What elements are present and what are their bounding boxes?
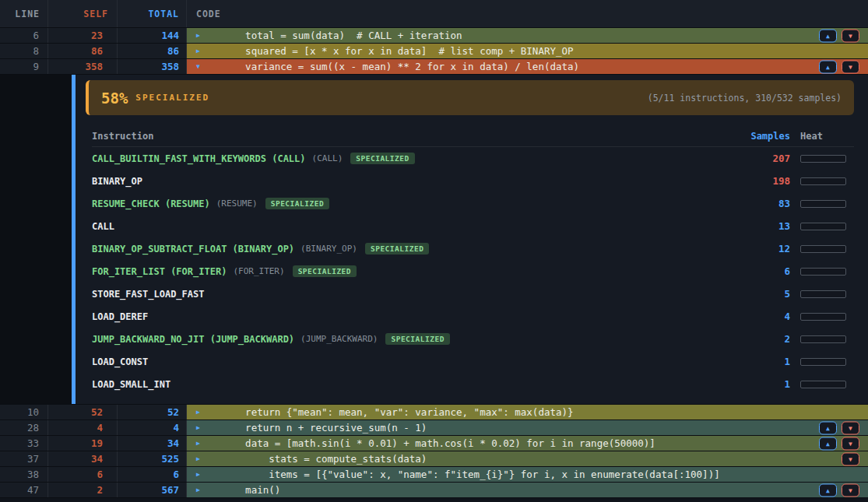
heat-bar bbox=[800, 381, 846, 388]
code-text: squared = [x * x for x in data] # list c… bbox=[222, 45, 574, 57]
total-count: 4 bbox=[118, 420, 187, 435]
table-header: LINE SELF TOTAL CODE bbox=[0, 0, 868, 28]
sample-count: 6 bbox=[743, 265, 790, 277]
code-text: return {"mean": mean, "var": variance, "… bbox=[222, 406, 574, 418]
line-number: 6 bbox=[0, 28, 48, 43]
col-instruction: Instruction bbox=[92, 131, 743, 142]
code-row-line-37: 37 34 525 ▶ stats = compute_stats(data) … bbox=[0, 451, 868, 467]
code-cell[interactable]: ▶ data = [math.sin(i * 0.01) + math.cos(… bbox=[187, 436, 868, 451]
heat-bar bbox=[800, 223, 846, 230]
code-cell[interactable]: ▶ items = [{"value": x, "name": f"item_{… bbox=[187, 467, 868, 482]
heat-bar bbox=[800, 335, 846, 343]
code-text: main() bbox=[222, 484, 280, 496]
sample-count: 5 bbox=[743, 288, 790, 300]
disclosure-collapsed-icon[interactable]: ▶ bbox=[196, 32, 222, 39]
sample-count: 13 bbox=[743, 220, 790, 232]
disclosure-collapsed-icon[interactable]: ▶ bbox=[196, 424, 222, 431]
move-down-button[interactable]: ▼ bbox=[842, 421, 859, 434]
move-down-button[interactable]: ▼ bbox=[842, 437, 859, 450]
sample-count: 207 bbox=[743, 153, 790, 164]
code-cell[interactable]: ▶ return {"mean": mean, "var": variance,… bbox=[187, 405, 868, 420]
disclosure-collapsed-icon[interactable]: ▶ bbox=[196, 47, 222, 54]
move-down-button[interactable]: ▼ bbox=[842, 29, 859, 42]
code-text: stats = compute_stats(data) bbox=[222, 453, 427, 465]
specialized-badge: SPECIALIZED bbox=[265, 198, 329, 209]
specialized-label: SPECIALIZED bbox=[135, 93, 209, 103]
instruction-table: Instruction Samples Heat CALL_BUILTIN_FA… bbox=[86, 125, 854, 395]
code-cell[interactable]: ▶ total = sum(data) # CALL + iteration ▲… bbox=[187, 28, 868, 43]
code-cell[interactable]: ▶ squared = [x * x for x in data] # list… bbox=[187, 44, 868, 58]
total-count: 567 bbox=[118, 483, 187, 497]
specialized-badge: SPECIALIZED bbox=[293, 265, 357, 277]
heat-bar bbox=[800, 155, 846, 163]
instruction-row: RESUME_CHECK (RESUME) (RESUME) SPECIALIZ… bbox=[92, 192, 854, 215]
code-cell[interactable]: ▼ variance = sum((x - mean) ** 2 for x i… bbox=[187, 59, 868, 74]
code-cell[interactable]: ▶ stats = compute_stats(data) ▼ bbox=[187, 451, 868, 466]
heat-bar bbox=[800, 200, 846, 208]
instruction-name: BINARY_OP_SUBTRACT_FLOAT (BINARY_OP) bbox=[92, 244, 294, 255]
disclosure-collapsed-icon[interactable]: ▶ bbox=[196, 471, 222, 478]
instruction-name: CALL bbox=[92, 221, 114, 232]
sample-count: 2 bbox=[743, 333, 790, 345]
heat-bar bbox=[800, 290, 846, 298]
instruction-row: LOAD_SMALL_INT 1 bbox=[92, 373, 854, 395]
instruction-base: (JUMP_BACKWARD) bbox=[300, 334, 378, 344]
specialized-badge: SPECIALIZED bbox=[385, 333, 449, 345]
instruction-base: (BINARY_OP) bbox=[300, 244, 357, 254]
disclosure-expanded-icon[interactable]: ▼ bbox=[196, 63, 222, 70]
instruction-base: (RESUME) bbox=[216, 198, 258, 209]
instruction-row: CALL_BUILTIN_FAST_WITH_KEYWORDS (CALL) (… bbox=[92, 147, 854, 170]
code-text: items = [{"value": x, "name": f"item_{i}… bbox=[222, 469, 720, 480]
instruction-name: JUMP_BACKWARD_NO_JIT (JUMP_BACKWARD) bbox=[92, 334, 294, 345]
total-count: 52 bbox=[118, 405, 187, 420]
disclosure-collapsed-icon[interactable]: ▶ bbox=[196, 455, 222, 462]
disclosure-collapsed-icon[interactable]: ▶ bbox=[196, 440, 222, 447]
move-up-button[interactable]: ▲ bbox=[819, 60, 837, 73]
disclosure-collapsed-icon[interactable]: ▶ bbox=[196, 409, 222, 416]
header-col-line: LINE bbox=[0, 0, 48, 27]
code-cell[interactable]: ▶ return n + recursive_sum(n - 1) ▲ ▼ bbox=[187, 420, 868, 435]
sample-count: 12 bbox=[743, 243, 790, 255]
instruction-name: LOAD_CONST bbox=[92, 356, 148, 367]
total-count: 525 bbox=[118, 451, 187, 466]
sample-count: 1 bbox=[743, 378, 790, 390]
instruction-row: STORE_FAST_LOAD_FAST 5 bbox=[92, 283, 854, 305]
heat-bar bbox=[800, 177, 846, 185]
col-heat: Heat bbox=[800, 131, 846, 142]
line-number: 33 bbox=[0, 436, 48, 451]
sample-count: 83 bbox=[743, 198, 790, 209]
specialization-banner: 58% SPECIALIZED (5/11 instructions, 310/… bbox=[86, 80, 854, 115]
instruction-row: JUMP_BACKWARD_NO_JIT (JUMP_BACKWARD) (JU… bbox=[92, 328, 854, 350]
self-count: 23 bbox=[48, 28, 118, 43]
sample-count: 1 bbox=[743, 356, 790, 367]
disclosure-collapsed-icon[interactable]: ▶ bbox=[196, 486, 222, 493]
specialized-summary: (5/11 instructions, 310/532 samples) bbox=[648, 93, 842, 104]
move-up-button[interactable]: ▲ bbox=[819, 437, 837, 450]
instruction-name: CALL_BUILTIN_FAST_WITH_KEYWORDS (CALL) bbox=[92, 153, 306, 164]
self-count: 2 bbox=[48, 483, 118, 497]
instruction-base: (CALL) bbox=[312, 153, 343, 163]
heat-bar bbox=[800, 245, 846, 253]
line-number: 8 bbox=[0, 44, 48, 58]
line-number: 37 bbox=[0, 451, 48, 466]
instruction-row: BINARY_OP 198 bbox=[92, 170, 854, 192]
instruction-name: FOR_ITER_LIST (FOR_ITER) bbox=[92, 266, 227, 277]
self-count: 19 bbox=[48, 436, 118, 451]
code-cell[interactable]: ▶ main() ▲ ▼ bbox=[187, 483, 868, 497]
total-count: 144 bbox=[118, 28, 187, 43]
move-up-button[interactable]: ▲ bbox=[819, 421, 837, 434]
move-down-button[interactable]: ▼ bbox=[842, 452, 859, 465]
instruction-name: BINARY_OP bbox=[92, 176, 142, 187]
total-count: 34 bbox=[118, 436, 187, 451]
move-down-button[interactable]: ▼ bbox=[842, 483, 859, 497]
move-up-button[interactable]: ▲ bbox=[819, 483, 837, 497]
self-count: 86 bbox=[48, 44, 118, 58]
instruction-name: RESUME_CHECK (RESUME) bbox=[92, 198, 210, 209]
code-text: data = [math.sin(i * 0.01) + math.cos(i … bbox=[222, 437, 655, 449]
move-down-button[interactable]: ▼ bbox=[842, 60, 859, 73]
total-count: 358 bbox=[118, 59, 187, 74]
code-text: total = sum(data) # CALL + iteration bbox=[222, 30, 462, 41]
move-up-button[interactable]: ▲ bbox=[819, 29, 837, 42]
profiler-window: LINE SELF TOTAL CODE 6 23 144 ▶ total = … bbox=[0, 0, 868, 502]
instruction-table-header: Instruction Samples Heat bbox=[92, 125, 854, 147]
